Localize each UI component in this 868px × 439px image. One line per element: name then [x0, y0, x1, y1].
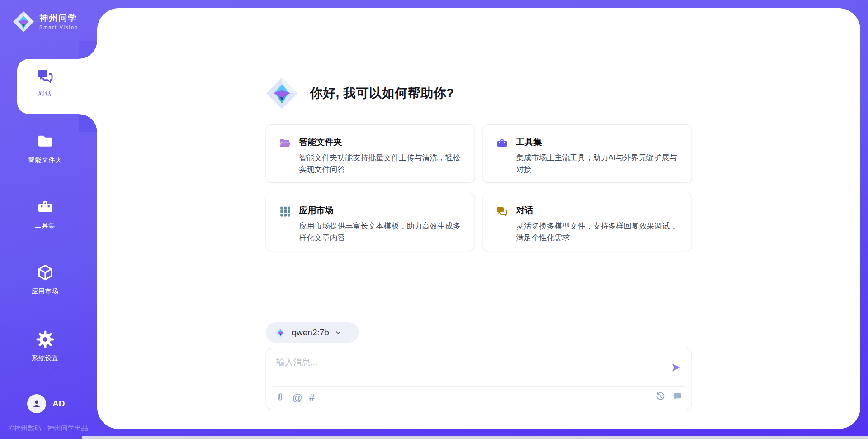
- card-title: 应用市场: [299, 205, 463, 216]
- chat-filled-icon[interactable]: [672, 391, 683, 402]
- grid-icon: [279, 205, 292, 218]
- greeting-title: 你好, 我可以如何帮助你?: [310, 85, 454, 102]
- sidebar-item-label: 对话: [17, 90, 73, 98]
- briefcase-icon: [496, 137, 509, 149]
- sidebar-item-label: 应用市场: [0, 287, 90, 296]
- model-name: qwen2:7b: [292, 328, 329, 338]
- sidebar-item-settings[interactable]: 系统设置: [0, 330, 90, 363]
- sidebar-item-smart-folder[interactable]: 智能文件夹: [0, 132, 90, 164]
- send-icon[interactable]: [671, 362, 682, 373]
- sidebar-item-toolset[interactable]: 工具集: [0, 198, 90, 230]
- model-selector[interactable]: qwen2:7b: [266, 322, 359, 343]
- brand-subtitle: Smart Vision: [39, 24, 78, 30]
- person-icon: [31, 398, 42, 410]
- attachment-icon[interactable]: [275, 392, 286, 403]
- card-toolset[interactable]: 工具集 集成市场上主流工具，助力AI与外界无缝扩展与对接: [483, 124, 692, 183]
- card-description: 应用市场提供丰富长文本模板，助力高效生成多样化文章内容: [299, 220, 463, 244]
- sidebar-item-app-market[interactable]: 应用市场: [0, 263, 90, 296]
- history-icon[interactable]: [656, 391, 666, 402]
- avatar: [27, 394, 46, 413]
- sidebar-item-label: 智能文件夹: [0, 156, 90, 164]
- greeting: 你好, 我可以如何帮助你?: [266, 74, 454, 113]
- cube-icon: [36, 263, 54, 282]
- gear-icon: [36, 330, 54, 348]
- model-diamond-icon: [275, 327, 287, 339]
- message-input[interactable]: [275, 356, 657, 381]
- message-composer: @ #: [266, 348, 692, 410]
- window-bottom-edge: [82, 436, 868, 439]
- mention-icon[interactable]: @: [292, 392, 302, 403]
- chat-double-icon: [36, 67, 54, 85]
- chat-double-icon: [496, 205, 509, 218]
- brand-name: 神州问学: [39, 14, 78, 23]
- card-chat[interactable]: 对话 灵活切换多模型文件，支持多样回复效果调试，满足个性化需求: [483, 193, 692, 251]
- sidebar-item-label: 工具集: [0, 222, 90, 230]
- chevron-down-icon: [335, 329, 342, 336]
- card-title: 对话: [516, 205, 680, 216]
- sidebar-item-chat[interactable]: 对话: [17, 59, 97, 114]
- card-title: 智能文件夹: [299, 136, 463, 148]
- card-description: 灵活切换多模型文件，支持多样回复效果调试，满足个性化需求: [516, 220, 680, 244]
- user-name: AD: [52, 399, 65, 409]
- topic-icon[interactable]: #: [309, 392, 315, 403]
- folder-icon: [36, 132, 54, 150]
- feature-cards: 智能文件夹 智能文件夹功能支持批量文件上传与清洗，轻松实现文件问答 工具集 集成…: [266, 124, 692, 251]
- card-app-market[interactable]: 应用市场 应用市场提供丰富长文本模板，助力高效生成多样化文章内容: [266, 193, 475, 251]
- card-smart-folder[interactable]: 智能文件夹 智能文件夹功能支持批量文件上传与清洗，轻松实现文件问答: [266, 124, 475, 183]
- app-logo: 神州问学 Smart Vision: [13, 11, 78, 33]
- main-panel: 你好, 我可以如何帮助你? 智能文件夹 智能文件夹功能支持批量文件上传与清洗，轻…: [97, 8, 860, 429]
- sidebar-item-label: 系统设置: [0, 354, 90, 363]
- brand-diamond-icon: [13, 11, 34, 33]
- user-profile[interactable]: AD: [27, 394, 65, 413]
- card-description: 集成市场上主流工具，助力AI与外界无缝扩展与对接: [516, 152, 680, 176]
- sidebar: 神州问学 Smart Vision 对话 智能文件夹 工具集 应用市场 系统设置…: [0, 0, 97, 439]
- folder-open-icon: [279, 137, 292, 149]
- composer-divider: [273, 386, 685, 387]
- toolbox-icon: [36, 198, 54, 216]
- card-description: 智能文件夹功能支持批量文件上传与清洗，轻松实现文件问答: [299, 152, 463, 176]
- card-title: 工具集: [516, 136, 680, 148]
- greeting-diamond-icon: [266, 74, 298, 113]
- copyright-text: ©神州数码 · 神州问学出品: [9, 424, 88, 433]
